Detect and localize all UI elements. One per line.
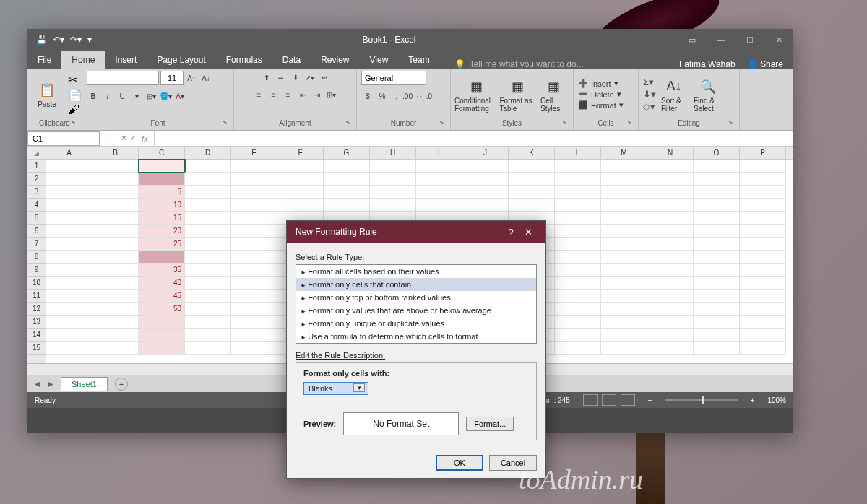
- cell[interactable]: [740, 316, 786, 329]
- cell[interactable]: [370, 173, 416, 186]
- cell[interactable]: [46, 277, 92, 290]
- tab-view[interactable]: View: [360, 51, 399, 69]
- conditional-formatting-button[interactable]: ▦Conditional Formatting: [455, 75, 497, 114]
- cell[interactable]: [139, 329, 185, 342]
- comma-icon[interactable]: ,: [390, 90, 403, 103]
- increase-indent-icon[interactable]: ⇥: [311, 88, 324, 101]
- cell[interactable]: [185, 186, 231, 199]
- bold-button[interactable]: B: [87, 90, 100, 103]
- cell[interactable]: [185, 160, 231, 173]
- formula-bar[interactable]: [154, 131, 793, 146]
- cell[interactable]: [92, 186, 139, 199]
- cell[interactable]: [231, 342, 277, 355]
- cell[interactable]: [185, 303, 231, 316]
- row-header[interactable]: 7: [27, 238, 46, 251]
- cell[interactable]: [185, 199, 231, 212]
- column-header[interactable]: N: [647, 147, 694, 159]
- sheet-nav-next-icon[interactable]: ▶: [48, 380, 53, 388]
- cells-with-combo[interactable]: Blanks: [303, 382, 368, 395]
- cell[interactable]: [324, 173, 370, 186]
- cell[interactable]: [231, 277, 277, 290]
- column-header[interactable]: F: [277, 147, 324, 159]
- column-header[interactable]: A: [46, 147, 92, 159]
- tab-page-layout[interactable]: Page Layout: [147, 51, 215, 69]
- cell[interactable]: [231, 264, 277, 277]
- cell[interactable]: 40: [139, 277, 185, 290]
- align-top-icon[interactable]: ⬆: [260, 71, 273, 84]
- row-header[interactable]: 12: [27, 303, 46, 316]
- redo-icon[interactable]: ↷▾: [70, 35, 82, 45]
- name-box[interactable]: C1: [27, 131, 100, 146]
- cell[interactable]: [740, 290, 786, 303]
- cell[interactable]: [601, 186, 647, 199]
- cell[interactable]: [231, 212, 277, 225]
- paste-button[interactable]: 📋 Paste: [32, 79, 62, 110]
- cell[interactable]: [555, 316, 601, 329]
- cell[interactable]: [185, 238, 231, 251]
- cell[interactable]: [46, 199, 92, 212]
- number-format-select[interactable]: [361, 71, 426, 85]
- decrease-indent-icon[interactable]: ⇤: [296, 88, 309, 101]
- font-size-select[interactable]: [160, 71, 184, 85]
- cell[interactable]: [277, 199, 324, 212]
- qat-customize-icon[interactable]: ▾: [87, 35, 92, 45]
- cell[interactable]: [647, 316, 694, 329]
- find-select-button[interactable]: 🔍Find & Select: [692, 75, 724, 114]
- decrease-font-icon[interactable]: A↓: [199, 71, 212, 84]
- tab-file[interactable]: File: [27, 51, 61, 69]
- select-all-corner[interactable]: ◢: [27, 147, 46, 160]
- decrease-decimal-icon[interactable]: ←.0: [419, 90, 432, 103]
- wrap-text-icon[interactable]: ↩: [318, 71, 331, 84]
- cell[interactable]: [694, 238, 740, 251]
- fx-icon[interactable]: fx: [142, 134, 148, 143]
- cell[interactable]: [185, 329, 231, 342]
- cell[interactable]: [647, 238, 694, 251]
- cell[interactable]: [92, 199, 139, 212]
- cell[interactable]: [324, 160, 370, 173]
- clear-icon[interactable]: ◇▾: [643, 101, 656, 112]
- fill-color-icon[interactable]: 🪣▾: [159, 90, 172, 103]
- cell[interactable]: [231, 329, 277, 342]
- column-header[interactable]: E: [231, 147, 277, 159]
- cell[interactable]: [231, 290, 277, 303]
- column-header[interactable]: K: [509, 147, 555, 159]
- cell[interactable]: [46, 238, 92, 251]
- cell[interactable]: [647, 329, 694, 342]
- tab-formulas[interactable]: Formulas: [216, 51, 272, 69]
- autosum-icon[interactable]: Σ▾: [643, 77, 656, 87]
- cell[interactable]: 5: [139, 186, 185, 199]
- cell[interactable]: [694, 251, 740, 264]
- cell[interactable]: [601, 251, 647, 264]
- column-header[interactable]: G: [324, 147, 370, 159]
- cell[interactable]: [46, 186, 92, 199]
- cell[interactable]: [740, 238, 786, 251]
- ribbon-options-icon[interactable]: ▭: [678, 29, 707, 51]
- cell[interactable]: [46, 225, 92, 238]
- cell[interactable]: [740, 342, 786, 355]
- sheet-tab-1[interactable]: Sheet1: [61, 377, 108, 391]
- cell[interactable]: [694, 264, 740, 277]
- fill-icon[interactable]: ⬇▾: [643, 89, 656, 100]
- save-icon[interactable]: 💾: [36, 35, 47, 45]
- cell[interactable]: [277, 173, 324, 186]
- cell[interactable]: [555, 264, 601, 277]
- cell[interactable]: [370, 199, 416, 212]
- dialog-help-button[interactable]: ?: [502, 227, 519, 238]
- row-header[interactable]: 15: [27, 342, 46, 355]
- cell[interactable]: [647, 186, 694, 199]
- cell[interactable]: [462, 160, 509, 173]
- cell[interactable]: [231, 316, 277, 329]
- cell[interactable]: [185, 251, 231, 264]
- cell[interactable]: 10: [139, 199, 185, 212]
- align-bottom-icon[interactable]: ⬇: [289, 71, 302, 84]
- row-header[interactable]: 10: [27, 277, 46, 290]
- cell[interactable]: [740, 186, 786, 199]
- cell[interactable]: [139, 316, 185, 329]
- italic-button[interactable]: I: [101, 90, 114, 103]
- cell[interactable]: 45: [139, 290, 185, 303]
- cell[interactable]: [231, 251, 277, 264]
- cell[interactable]: [694, 329, 740, 342]
- cell[interactable]: [647, 264, 694, 277]
- cell[interactable]: [509, 173, 555, 186]
- tab-review[interactable]: Review: [311, 51, 359, 69]
